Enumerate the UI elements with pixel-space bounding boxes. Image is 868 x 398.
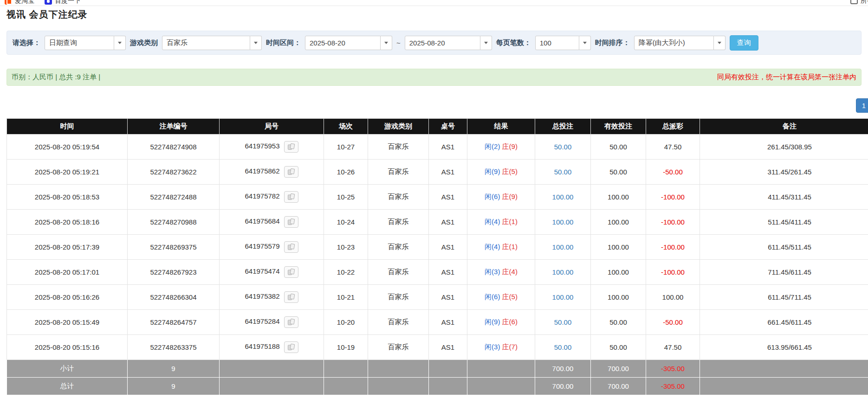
remark-cell: 711.45/611.45 [700,260,868,285]
table-header-row: 时间 注单编号 局号 场次 游戏类别 桌号 结果 总投注 有效投注 总派彩 备注 [7,119,868,135]
date-to-input[interactable] [405,36,480,50]
banker-result: 庄(7) [502,343,518,351]
col-header-total-bet: 总投注 [535,119,591,135]
total-bet-cell[interactable]: 100.00 [535,210,591,235]
sort-order-combo [634,36,725,50]
filter-bar: 请选择： 游戏类别 时间区间： ~ 每页笔数： 时间排序： 查询 [6,31,862,55]
session-cell: 10-21 [324,285,368,310]
round-cell: 641975684 [220,210,324,235]
session-cell: 10-24 [324,210,368,235]
bookmark-aitaobao[interactable]: 爱淘宝 [5,0,34,5]
time-cell: 2025-08-20 05:17:39 [7,235,128,260]
betting-records-table: 时间 注单编号 局号 场次 游戏类别 桌号 结果 总投注 有效投注 总派彩 备注… [6,118,868,395]
round-number: 641975382 [245,292,279,300]
col-header-round: 局号 [220,119,324,135]
view-cards-button[interactable] [284,141,298,153]
player-result: 闲(6) [485,193,500,200]
empty-cell [368,378,429,395]
round-number: 641975284 [245,317,279,325]
payout-cell: 47.50 [646,135,700,160]
table-row: 2025-08-20 05:17:01522748267923641975474… [7,260,868,285]
empty-cell [700,360,868,378]
game-type-cell: 百家乐 [368,185,429,210]
round-number: 641975953 [245,142,279,150]
session-cell: 10-23 [324,235,368,260]
table-no-cell: AS1 [429,235,467,260]
empty-cell [220,378,324,395]
total-valid-bet: 700.00 [591,378,646,395]
view-cards-button[interactable] [284,291,298,303]
total-label: 总计 [7,378,128,395]
valid-bet-cell: 100.00 [591,235,646,260]
query-type-dropdown-button[interactable] [114,36,126,50]
table-no-cell: AS1 [429,310,467,335]
date-to-dropdown-button[interactable] [480,36,492,50]
session-cell: 10-27 [324,135,368,160]
game-type-dropdown-button[interactable] [250,36,262,50]
total-bet-cell[interactable]: 100.00 [535,235,591,260]
round-number: 641975474 [245,267,279,275]
remark-cell: 311.45/261.45 [700,160,868,185]
valid-bet-cell: 50.00 [591,335,646,360]
empty-cell [429,378,467,395]
table-no-cell: AS1 [429,185,467,210]
banker-result: 庄(9) [502,142,518,150]
subtotal-count: 9 [128,360,220,378]
total-bet-cell[interactable]: 50.00 [535,335,591,360]
view-cards-button[interactable] [284,166,298,178]
result-cell: 闲(9) 庄(6) [467,310,535,335]
payout-cell: -50.00 [646,310,700,335]
bookmarks-all-button[interactable]: 所有 [850,0,868,5]
subtotal-label: 小计 [7,360,128,378]
payout-cell: -50.00 [646,160,700,185]
valid-bet-cell: 100.00 [591,210,646,235]
table-body: 2025-08-20 05:19:54522748274908641975953… [7,135,868,360]
col-header-remark: 备注 [700,119,868,135]
search-button[interactable]: 查询 [730,35,758,51]
view-cards-button[interactable] [284,216,298,228]
date-from-dropdown-button[interactable] [381,36,392,50]
total-bet-cell[interactable]: 100.00 [535,260,591,285]
page-size-input[interactable] [535,36,579,50]
round-number: 641975579 [245,242,279,250]
result-cell: 闲(3) 庄(7) [467,335,535,360]
banker-result: 庄(1) [502,218,518,225]
result-cell: 闲(3) 庄(4) [467,260,535,285]
page-size-dropdown-button[interactable] [579,36,591,50]
view-cards-button[interactable] [284,316,298,328]
total-payout: -305.00 [646,378,700,395]
table-no-cell: AS1 [429,135,467,160]
view-cards-button[interactable] [284,191,298,203]
banker-result: 庄(6) [502,318,518,326]
result-cell: 闲(4) 庄(1) [467,210,535,235]
table-row: 2025-08-20 05:15:49522748264757641975284… [7,310,868,335]
total-bet-cell[interactable]: 50.00 [535,135,591,160]
time-cell: 2025-08-20 05:18:16 [7,210,128,235]
banker-result: 庄(5) [502,293,518,301]
pagination-page-1-button[interactable]: 1 [856,98,868,113]
sort-order-input[interactable] [634,36,714,50]
table-no-cell: AS1 [429,335,467,360]
result-cell: 闲(4) 庄(1) [467,235,535,260]
total-bet-cell[interactable]: 100.00 [535,185,591,210]
page-title: 视讯 会员下注纪录 [6,8,868,21]
valid-bet-cell: 100.00 [591,285,646,310]
total-bet-cell[interactable]: 50.00 [535,160,591,185]
date-from-input[interactable] [305,36,381,50]
valid-bet-cell: 100.00 [591,185,646,210]
total-bet-cell[interactable]: 50.00 [535,310,591,335]
result-cell: 闲(9) 庄(5) [467,160,535,185]
bet-id-cell: 522748270988 [128,210,220,235]
empty-cell [700,378,868,395]
chevron-down-icon [583,42,587,44]
game-type-input[interactable] [162,36,250,50]
query-type-input[interactable] [45,36,114,50]
view-cards-button[interactable] [284,266,298,278]
game-type-cell: 百家乐 [368,135,429,160]
banker-result: 庄(5) [502,167,518,175]
bookmark-baidu[interactable]: 百度一下 [45,0,81,5]
view-cards-button[interactable] [284,341,298,353]
total-bet-cell[interactable]: 100.00 [535,285,591,310]
view-cards-button[interactable] [284,241,298,253]
sort-order-dropdown-button[interactable] [714,36,725,50]
